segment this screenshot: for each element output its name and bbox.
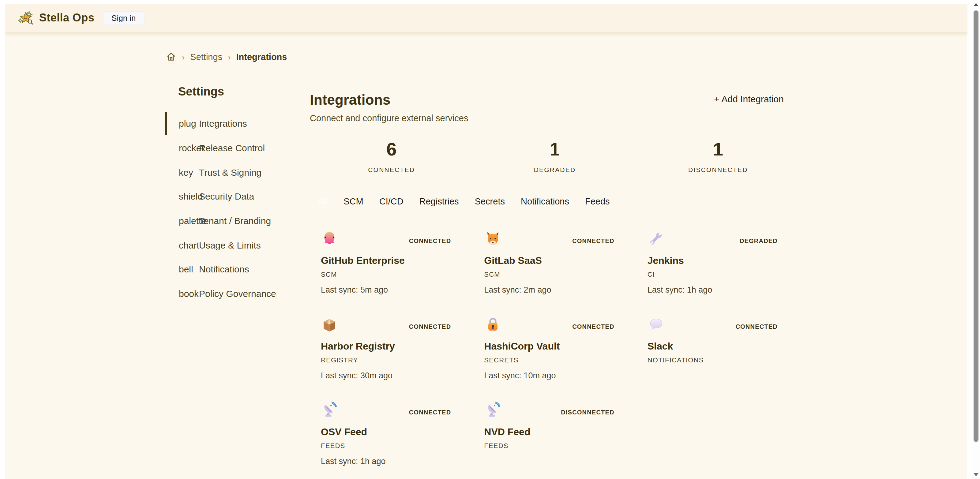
sidebar-item-label: Policy Governance [199,288,276,299]
sidebar-item-label: Security Data [199,191,254,202]
tab-all[interactable]: All [310,196,336,207]
last-sync-text: Last sync: 1h ago [321,456,462,466]
status-badge: DISCONNECTED [561,409,614,415]
integration-card-jenkins[interactable]: DEGRADEDJenkinsCILast sync: 1h ago [636,225,800,295]
tab-scm[interactable]: SCM [336,196,371,207]
bell-icon: bell [179,264,199,275]
integration-card-slack[interactable]: CONNECTEDSlackNOTIFICATIONS [636,311,800,380]
integrations-panel: Integrations Connect and configure exter… [310,86,800,466]
integration-category: SECRETS [484,356,625,364]
sidebar-item-label: Tenant / Branding [199,215,271,226]
sidebar-item-label: Trust & Signing [199,167,261,177]
stat-value: 1 [636,140,800,158]
integration-card-github-enterprise[interactable]: CONNECTEDGitHub EnterpriseSCMLast sync: … [310,225,473,295]
add-integration-button[interactable]: + Add Integration [714,94,784,104]
panel-header: Integrations Connect and configure exter… [310,86,800,123]
sidebar-item-label: Release Control [199,143,265,153]
stat-value: 6 [310,140,473,158]
home-icon[interactable] [166,51,177,62]
integration-cards-grid: CONNECTEDGitHub EnterpriseSCMLast sync: … [310,225,800,466]
status-badge: CONNECTED [572,237,614,244]
tab-notifications[interactable]: Notifications [513,196,577,207]
integration-card-harbor-registry[interactable]: CONNECTEDHarbor RegistryREGISTRYLast syn… [310,311,473,380]
integration-card-nvd-feed[interactable]: DISCONNECTEDNVD FeedFEEDS [473,396,636,466]
integration-card-osv-feed[interactable]: CONNECTEDOSV FeedFEEDSLast sync: 1h ago [310,396,473,466]
sidebar-item-policy-governance[interactable]: bookPolicy Governance [162,282,297,306]
category-tabs: AllSCMCI/CDRegistriesSecretsNotification… [310,196,800,207]
stat-degraded: 1DEGRADED [473,140,636,173]
scrollbar-thumb[interactable] [974,10,978,442]
integration-card-gitlab-saas[interactable]: CONNECTEDGitLab SaaSSCMLast sync: 2m ago [473,225,636,295]
stat-connected: 6CONNECTED [310,140,473,173]
sidebar-nav: plugIntegrationsrocketRelease Controlkey… [162,111,297,306]
page-title: Integrations [310,92,468,109]
last-sync-text: Last sync: 1h ago [648,285,789,295]
sidebar-item-label: Integrations [199,118,247,129]
status-badge: DEGRADED [740,237,778,244]
sidebar-item-security-data[interactable]: shieldSecurity Data [162,184,297,208]
page-scrollbar[interactable] [972,0,980,479]
breadcrumb: › Settings › Integrations [166,51,967,62]
settings-sidebar: Settings plugIntegrationsrocketRelease C… [162,86,297,306]
content-layout: Settings plugIntegrationsrocketRelease C… [162,86,967,466]
sidebar-item-label: Usage & Limits [199,240,261,250]
integration-name: Jenkins [648,255,789,266]
sidebar-item-label: Notifications [199,264,249,275]
integration-name: OSV Feed [321,426,462,438]
sidebar-item-trust-signing[interactable]: keyTrust & Signing [162,160,297,184]
breadcrumb-settings[interactable]: Settings [190,52,222,62]
integration-name: NVD Feed [484,426,625,438]
sidebar-item-release-control[interactable]: rocketRelease Control [162,135,297,160]
last-sync-text: Last sync: 30m ago [321,371,462,380]
status-summary: 6CONNECTED1DEGRADED1DISCONNECTED [310,140,800,173]
rocket-icon: rocket [179,143,199,153]
stat-value: 1 [473,140,636,158]
integration-name: HashiCorp Vault [484,341,625,352]
stella-ops-logo-icon [18,10,34,26]
chart-icon: chart [179,240,199,250]
book-icon: book [179,288,199,299]
breadcrumb-separator: › [228,52,231,62]
tab-feeds[interactable]: Feeds [577,196,618,207]
stat-label: CONNECTED [310,166,473,173]
scrollbar-up-arrow[interactable] [974,3,978,6]
sidebar-item-notifications[interactable]: bellNotifications [162,257,297,281]
stat-label: DEGRADED [473,166,636,173]
tab-secrets[interactable]: Secrets [467,196,513,207]
integration-category: REGISTRY [321,356,462,364]
breadcrumb-current: Integrations [236,52,287,62]
palette-icon: palette [179,215,199,226]
top-bar: Stella Ops Sign in [5,4,967,33]
breadcrumb-separator: › [182,52,185,62]
shield-icon: shield [179,191,199,202]
integration-category: FEEDS [321,442,462,450]
integration-category: SCM [321,270,462,278]
stat-label: DISCONNECTED [636,166,800,173]
sidebar-item-usage-limits[interactable]: chartUsage & Limits [162,233,297,257]
integration-card-hashicorp-vault[interactable]: CONNECTEDHashiCorp VaultSECRETSLast sync… [473,311,636,380]
integration-name: Slack [648,341,789,352]
status-badge: CONNECTED [409,237,451,244]
plug-icon: plug [179,118,199,129]
last-sync-text: Last sync: 2m ago [484,285,625,295]
page-subtitle: Connect and configure external services [310,113,468,123]
status-badge: CONNECTED [409,323,451,329]
integration-category: CI [648,270,789,278]
sidebar-item-tenant-branding[interactable]: paletteTenant / Branding [162,209,297,233]
app-background: Stella Ops Sign in › Settings › Integrat… [5,4,967,479]
brand-title: Stella Ops [39,12,94,24]
last-sync-text: Last sync: 10m ago [484,371,625,380]
stat-disconnected: 1DISCONNECTED [636,140,800,173]
tab-registries[interactable]: Registries [412,196,467,207]
tab-ci-cd[interactable]: CI/CD [371,196,412,207]
sign-in-button[interactable]: Sign in [103,11,145,25]
scrollbar-down-arrow[interactable] [974,473,978,476]
key-icon: key [179,167,199,177]
integration-name: GitLab SaaS [484,255,625,266]
status-badge: CONNECTED [409,409,451,415]
status-badge: CONNECTED [572,323,614,329]
integration-category: SCM [484,270,625,278]
last-sync-text: Last sync: 5m ago [321,285,462,295]
sidebar-item-integrations[interactable]: plugIntegrations [162,111,297,135]
integration-name: GitHub Enterprise [321,255,462,266]
